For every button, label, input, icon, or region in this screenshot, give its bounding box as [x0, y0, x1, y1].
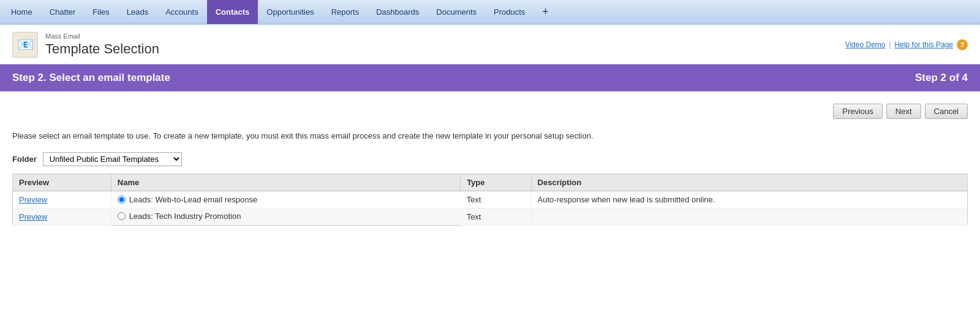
template-radio[interactable]: [118, 212, 126, 220]
nav-plus-button[interactable]: +: [533, 0, 557, 24]
previous-button[interactable]: Previous: [833, 104, 883, 119]
video-demo-link[interactable]: Video Demo: [845, 40, 886, 49]
nav-item-opportunities[interactable]: Opportunities: [258, 0, 322, 24]
page-header-left: 📧 Mass Email Template Selection: [12, 32, 159, 58]
folder-row: Folder Unfiled Public Email TemplatesMy …: [12, 152, 968, 166]
page-header-right: Video Demo | Help for this Page ?: [845, 39, 968, 50]
name-cell: Leads: Web-to-Lead email response: [111, 191, 460, 208]
folder-select[interactable]: Unfiled Public Email TemplatesMy Templat…: [43, 152, 182, 166]
preview-link[interactable]: Preview: [19, 195, 47, 204]
page-title-block: Mass Email Template Selection: [45, 32, 159, 57]
col-header-description: Description: [531, 174, 967, 191]
table-header-row: PreviewNameTypeDescription: [13, 174, 968, 191]
type-cell: Text: [461, 191, 531, 208]
nav-bar: HomeChatterFilesLeadsAccountsContactsOpp…: [0, 0, 980, 25]
table-row: PreviewLeads: Web-to-Lead email response…: [13, 191, 968, 208]
help-icon[interactable]: ?: [957, 39, 968, 50]
main-content: Previous Next Cancel Please select an em…: [0, 91, 980, 238]
nav-item-accounts[interactable]: Accounts: [157, 0, 206, 24]
nav-item-products[interactable]: Products: [485, 0, 533, 24]
page-title: Template Selection: [45, 41, 159, 57]
type-cell: Text: [461, 208, 531, 225]
page-icon: 📧: [12, 32, 38, 58]
nav-item-leads[interactable]: Leads: [118, 0, 157, 24]
step-bar: Step 2. Select an email template Step 2 …: [0, 64, 980, 91]
page-icon-glyph: 📧: [17, 37, 34, 53]
help-separator: |: [889, 40, 891, 49]
preview-cell: Preview: [13, 191, 111, 208]
button-row: Previous Next Cancel: [12, 98, 968, 125]
nav-item-chatter[interactable]: Chatter: [41, 0, 85, 24]
folder-label: Folder: [12, 155, 37, 164]
cancel-button[interactable]: Cancel: [925, 104, 968, 119]
nav-item-files[interactable]: Files: [84, 0, 118, 24]
preview-link[interactable]: Preview: [19, 212, 47, 221]
nav-item-dashboards[interactable]: Dashboards: [368, 0, 428, 24]
name-cell: Leads: Tech Industry Promotion: [111, 208, 460, 225]
table-row: PreviewLeads: Tech Industry PromotionTex…: [13, 208, 968, 225]
page-header: 📧 Mass Email Template Selection Video De…: [0, 25, 980, 64]
page-subtitle: Mass Email: [45, 32, 159, 40]
preview-cell: Preview: [13, 208, 111, 225]
template-name: Leads: Tech Industry Promotion: [129, 212, 241, 221]
description-cell: [531, 208, 967, 225]
nav-item-contacts[interactable]: Contacts: [207, 0, 258, 24]
template-radio[interactable]: [118, 196, 126, 204]
table-body: PreviewLeads: Web-to-Lead email response…: [13, 191, 968, 225]
instruction-text: Please select an email template to use. …: [12, 130, 968, 142]
help-page-link[interactable]: Help for this Page: [895, 40, 953, 49]
step-label: Step 2. Select an email template: [12, 72, 170, 84]
col-header-name: Name: [111, 174, 460, 191]
template-name: Leads: Web-to-Lead email response: [129, 195, 257, 204]
description-cell: Auto-response when new lead is submitted…: [531, 191, 967, 208]
nav-item-home[interactable]: Home: [2, 0, 41, 24]
template-table: PreviewNameTypeDescription PreviewLeads:…: [12, 174, 968, 226]
col-header-preview: Preview: [13, 174, 111, 191]
step-counter: Step 2 of 4: [915, 72, 968, 84]
nav-item-documents[interactable]: Documents: [428, 0, 485, 24]
table-header: PreviewNameTypeDescription: [13, 174, 968, 191]
nav-item-reports[interactable]: Reports: [323, 0, 368, 24]
next-button[interactable]: Next: [886, 104, 921, 119]
col-header-type: Type: [461, 174, 531, 191]
